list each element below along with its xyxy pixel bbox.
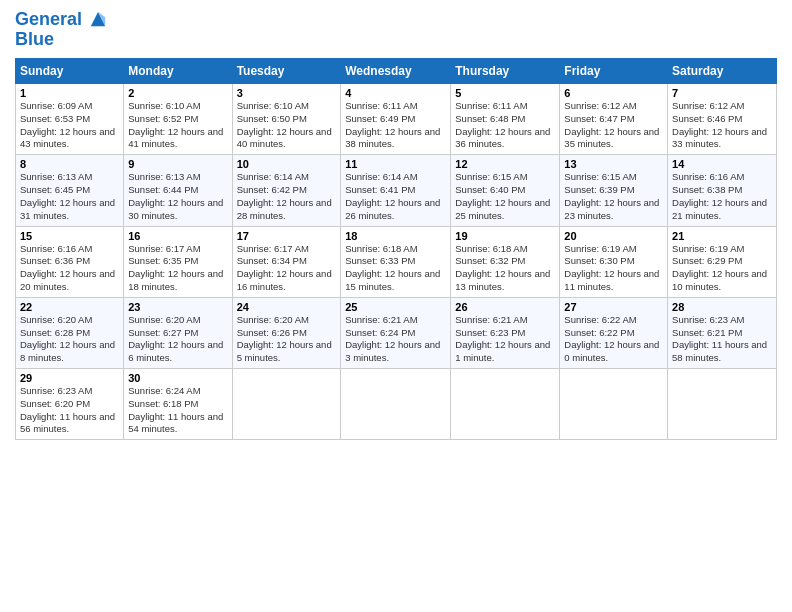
day-number: 18 — [345, 230, 446, 242]
day-number: 7 — [672, 87, 772, 99]
day-number: 12 — [455, 158, 555, 170]
day-info: Sunrise: 6:14 AM Sunset: 6:42 PM Dayligh… — [237, 171, 337, 222]
calendar-cell: 26 Sunrise: 6:21 AM Sunset: 6:23 PM Dayl… — [451, 297, 560, 368]
day-number: 5 — [455, 87, 555, 99]
day-info: Sunrise: 6:13 AM Sunset: 6:44 PM Dayligh… — [128, 171, 227, 222]
day-info: Sunrise: 6:17 AM Sunset: 6:35 PM Dayligh… — [128, 243, 227, 294]
day-number: 30 — [128, 372, 227, 384]
calendar-cell — [232, 369, 341, 440]
calendar-cell: 6 Sunrise: 6:12 AM Sunset: 6:47 PM Dayli… — [560, 84, 668, 155]
calendar-day-header: Friday — [560, 59, 668, 84]
calendar-cell: 11 Sunrise: 6:14 AM Sunset: 6:41 PM Dayl… — [341, 155, 451, 226]
day-info: Sunrise: 6:11 AM Sunset: 6:49 PM Dayligh… — [345, 100, 446, 151]
logo-icon — [89, 10, 107, 30]
calendar-cell: 24 Sunrise: 6:20 AM Sunset: 6:26 PM Dayl… — [232, 297, 341, 368]
day-info: Sunrise: 6:10 AM Sunset: 6:52 PM Dayligh… — [128, 100, 227, 151]
calendar-day-header: Wednesday — [341, 59, 451, 84]
day-info: Sunrise: 6:24 AM Sunset: 6:18 PM Dayligh… — [128, 385, 227, 436]
day-number: 20 — [564, 230, 663, 242]
day-number: 3 — [237, 87, 337, 99]
day-number: 8 — [20, 158, 119, 170]
calendar-cell: 20 Sunrise: 6:19 AM Sunset: 6:30 PM Dayl… — [560, 226, 668, 297]
day-info: Sunrise: 6:10 AM Sunset: 6:50 PM Dayligh… — [237, 100, 337, 151]
day-info: Sunrise: 6:12 AM Sunset: 6:47 PM Dayligh… — [564, 100, 663, 151]
day-info: Sunrise: 6:15 AM Sunset: 6:40 PM Dayligh… — [455, 171, 555, 222]
calendar-day-header: Saturday — [668, 59, 777, 84]
day-number: 16 — [128, 230, 227, 242]
calendar-header-row: SundayMondayTuesdayWednesdayThursdayFrid… — [16, 59, 777, 84]
calendar-cell: 30 Sunrise: 6:24 AM Sunset: 6:18 PM Dayl… — [124, 369, 232, 440]
day-info: Sunrise: 6:19 AM Sunset: 6:29 PM Dayligh… — [672, 243, 772, 294]
day-number: 10 — [237, 158, 337, 170]
day-info: Sunrise: 6:21 AM Sunset: 6:23 PM Dayligh… — [455, 314, 555, 365]
calendar-cell: 23 Sunrise: 6:20 AM Sunset: 6:27 PM Dayl… — [124, 297, 232, 368]
day-info: Sunrise: 6:20 AM Sunset: 6:26 PM Dayligh… — [237, 314, 337, 365]
calendar-cell — [451, 369, 560, 440]
calendar-cell: 19 Sunrise: 6:18 AM Sunset: 6:32 PM Dayl… — [451, 226, 560, 297]
calendar-cell: 1 Sunrise: 6:09 AM Sunset: 6:53 PM Dayli… — [16, 84, 124, 155]
calendar-cell — [560, 369, 668, 440]
day-info: Sunrise: 6:16 AM Sunset: 6:38 PM Dayligh… — [672, 171, 772, 222]
calendar-week-row: 22 Sunrise: 6:20 AM Sunset: 6:28 PM Dayl… — [16, 297, 777, 368]
day-number: 13 — [564, 158, 663, 170]
day-number: 19 — [455, 230, 555, 242]
logo-blue-text: Blue — [15, 30, 107, 50]
day-info: Sunrise: 6:20 AM Sunset: 6:27 PM Dayligh… — [128, 314, 227, 365]
calendar-cell: 13 Sunrise: 6:15 AM Sunset: 6:39 PM Dayl… — [560, 155, 668, 226]
calendar-day-header: Monday — [124, 59, 232, 84]
calendar-cell: 9 Sunrise: 6:13 AM Sunset: 6:44 PM Dayli… — [124, 155, 232, 226]
day-number: 29 — [20, 372, 119, 384]
day-info: Sunrise: 6:21 AM Sunset: 6:24 PM Dayligh… — [345, 314, 446, 365]
calendar-cell: 15 Sunrise: 6:16 AM Sunset: 6:36 PM Dayl… — [16, 226, 124, 297]
calendar-cell: 5 Sunrise: 6:11 AM Sunset: 6:48 PM Dayli… — [451, 84, 560, 155]
day-info: Sunrise: 6:12 AM Sunset: 6:46 PM Dayligh… — [672, 100, 772, 151]
calendar-week-row: 1 Sunrise: 6:09 AM Sunset: 6:53 PM Dayli… — [16, 84, 777, 155]
calendar-cell: 4 Sunrise: 6:11 AM Sunset: 6:49 PM Dayli… — [341, 84, 451, 155]
calendar-cell — [341, 369, 451, 440]
calendar-cell: 10 Sunrise: 6:14 AM Sunset: 6:42 PM Dayl… — [232, 155, 341, 226]
calendar-cell: 27 Sunrise: 6:22 AM Sunset: 6:22 PM Dayl… — [560, 297, 668, 368]
header: General Blue — [15, 10, 777, 50]
calendar-cell: 18 Sunrise: 6:18 AM Sunset: 6:33 PM Dayl… — [341, 226, 451, 297]
calendar-table: SundayMondayTuesdayWednesdayThursdayFrid… — [15, 58, 777, 440]
calendar-cell: 12 Sunrise: 6:15 AM Sunset: 6:40 PM Dayl… — [451, 155, 560, 226]
day-info: Sunrise: 6:16 AM Sunset: 6:36 PM Dayligh… — [20, 243, 119, 294]
calendar-cell: 2 Sunrise: 6:10 AM Sunset: 6:52 PM Dayli… — [124, 84, 232, 155]
calendar-day-header: Sunday — [16, 59, 124, 84]
day-info: Sunrise: 6:14 AM Sunset: 6:41 PM Dayligh… — [345, 171, 446, 222]
day-info: Sunrise: 6:23 AM Sunset: 6:21 PM Dayligh… — [672, 314, 772, 365]
calendar-cell: 7 Sunrise: 6:12 AM Sunset: 6:46 PM Dayli… — [668, 84, 777, 155]
day-info: Sunrise: 6:15 AM Sunset: 6:39 PM Dayligh… — [564, 171, 663, 222]
day-info: Sunrise: 6:19 AM Sunset: 6:30 PM Dayligh… — [564, 243, 663, 294]
logo: General Blue — [15, 10, 107, 50]
day-number: 9 — [128, 158, 227, 170]
day-number: 28 — [672, 301, 772, 313]
calendar-week-row: 8 Sunrise: 6:13 AM Sunset: 6:45 PM Dayli… — [16, 155, 777, 226]
calendar-cell: 8 Sunrise: 6:13 AM Sunset: 6:45 PM Dayli… — [16, 155, 124, 226]
day-number: 11 — [345, 158, 446, 170]
page-container: General Blue SundayMondayTuesdayWednesda… — [0, 0, 792, 450]
calendar-day-header: Tuesday — [232, 59, 341, 84]
day-info: Sunrise: 6:13 AM Sunset: 6:45 PM Dayligh… — [20, 171, 119, 222]
calendar-cell: 3 Sunrise: 6:10 AM Sunset: 6:50 PM Dayli… — [232, 84, 341, 155]
day-number: 22 — [20, 301, 119, 313]
day-number: 6 — [564, 87, 663, 99]
day-number: 26 — [455, 301, 555, 313]
day-info: Sunrise: 6:23 AM Sunset: 6:20 PM Dayligh… — [20, 385, 119, 436]
day-number: 23 — [128, 301, 227, 313]
day-info: Sunrise: 6:20 AM Sunset: 6:28 PM Dayligh… — [20, 314, 119, 365]
calendar-cell: 21 Sunrise: 6:19 AM Sunset: 6:29 PM Dayl… — [668, 226, 777, 297]
day-number: 2 — [128, 87, 227, 99]
day-info: Sunrise: 6:18 AM Sunset: 6:32 PM Dayligh… — [455, 243, 555, 294]
day-info: Sunrise: 6:09 AM Sunset: 6:53 PM Dayligh… — [20, 100, 119, 151]
day-number: 17 — [237, 230, 337, 242]
calendar-day-header: Thursday — [451, 59, 560, 84]
day-info: Sunrise: 6:22 AM Sunset: 6:22 PM Dayligh… — [564, 314, 663, 365]
day-number: 14 — [672, 158, 772, 170]
calendar-cell: 17 Sunrise: 6:17 AM Sunset: 6:34 PM Dayl… — [232, 226, 341, 297]
day-info: Sunrise: 6:11 AM Sunset: 6:48 PM Dayligh… — [455, 100, 555, 151]
day-number: 25 — [345, 301, 446, 313]
day-info: Sunrise: 6:18 AM Sunset: 6:33 PM Dayligh… — [345, 243, 446, 294]
calendar-cell: 22 Sunrise: 6:20 AM Sunset: 6:28 PM Dayl… — [16, 297, 124, 368]
day-number: 21 — [672, 230, 772, 242]
